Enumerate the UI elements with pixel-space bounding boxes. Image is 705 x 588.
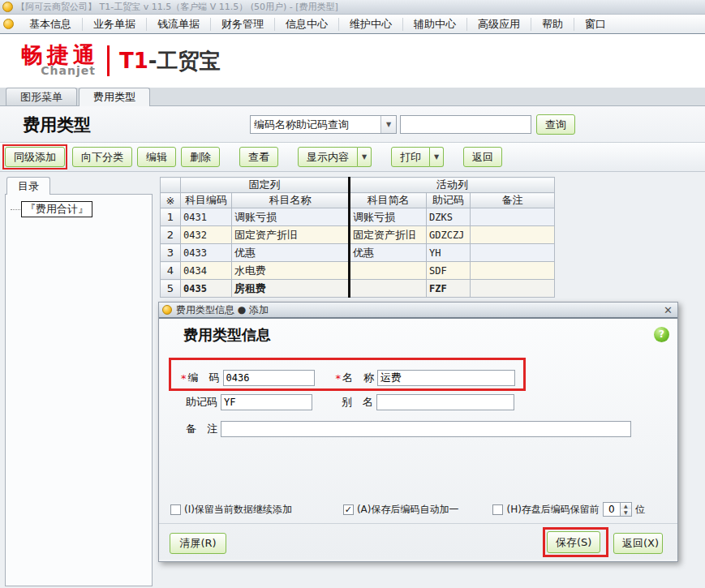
chevron-down-icon[interactable]: ▼ [380, 116, 396, 133]
table-row[interactable]: 1 0431 调账亏损 调账亏损 DZKS [161, 208, 555, 226]
col-header-mark: ※ [161, 193, 181, 208]
clear-button[interactable]: 清屏(R) [170, 533, 226, 554]
back-button[interactable]: 返回 [463, 147, 502, 167]
cell-code: 0433 [181, 244, 232, 262]
menu-basic-info[interactable]: 基本信息 [19, 18, 83, 31]
prefix-digits-input[interactable] [603, 502, 621, 517]
checkbox-keep-data-label[interactable]: (I)保留当前数据继续添加 [184, 503, 292, 517]
prefix-digits-stepper: ▲ ▼ [603, 502, 632, 517]
checkbox-keep-data[interactable] [170, 504, 181, 515]
cell-mnemonic: FZF [427, 280, 471, 298]
toolbar: 同级添加 向下分类 编辑 删除 查看 显示内容 ▼ 打印 ▼ 返回 [0, 143, 705, 172]
tree-connector [11, 209, 20, 210]
product-rest: -工贸宝 [148, 49, 221, 73]
query-button[interactable]: 查询 [536, 114, 575, 135]
note-label: 备 注 [186, 422, 217, 436]
menu-business-docs[interactable]: 业务单据 [83, 18, 147, 31]
alias-field[interactable] [376, 394, 514, 410]
menu-help[interactable]: 帮助 [531, 18, 574, 31]
help-icon[interactable]: ? [654, 327, 669, 342]
table-row[interactable]: 3 0433 优惠 优惠 YH [161, 244, 555, 262]
dialog-title: 费用类型信息 ● 添加 [176, 303, 664, 317]
search-input[interactable] [400, 115, 531, 134]
stepper-buttons: ▲ ▼ [621, 502, 632, 517]
cell-code: 0435 [181, 280, 232, 298]
menu-finance[interactable]: 财务管理 [211, 18, 275, 31]
note-field[interactable] [221, 421, 631, 437]
cell-name: 水电费 [232, 262, 350, 280]
logo-divider [107, 45, 110, 76]
dialog-titlebar[interactable]: 费用类型信息 ● 添加 ✕ [159, 303, 677, 319]
menu-assist[interactable]: 辅助中心 [403, 18, 467, 31]
col-header-short[interactable]: 科目简名 [350, 193, 427, 208]
footer-separator [159, 523, 677, 524]
mnemonic-field[interactable] [221, 394, 312, 410]
cell-note [471, 262, 555, 280]
page-header: 费用类型 编码名称助记码查询 ▼ 查询 [0, 106, 705, 143]
tab-graph-menu[interactable]: 图形菜单 [6, 88, 77, 105]
edit-button[interactable]: 编辑 [137, 147, 176, 167]
cell-short: 调账亏损 [350, 208, 427, 226]
expense-type-dialog: 费用类型信息 ● 添加 ✕ 费用类型信息 ? * 编 码 * 名 称 助记码 别… [158, 302, 678, 562]
cell-mnemonic: SDF [427, 262, 471, 280]
table-row[interactable]: 2 0432 固定资产折旧 固定资产折旧 GDZCZJ [161, 226, 555, 244]
cell-mnemonic: DZKS [427, 208, 471, 226]
row-number: 2 [161, 226, 181, 244]
menu-window[interactable]: 窗口 [574, 18, 617, 31]
tree-tab-directory[interactable]: 目录 [6, 177, 50, 195]
menu-advanced[interactable]: 高级应用 [467, 18, 531, 31]
display-content-button[interactable]: 显示内容 [298, 147, 358, 167]
view-button[interactable]: 查看 [239, 147, 278, 167]
cell-note [471, 280, 555, 298]
display-content-dropdown-icon[interactable]: ▼ [358, 147, 372, 167]
save-button[interactable]: 保存(S) [547, 531, 600, 553]
window-titlebar: 【阿可云商贸公司】 T1-工贸宝 v 11.5（客户端 V 11.5） (50用… [0, 0, 705, 15]
add-sibling-button[interactable]: 同级添加 [5, 147, 65, 167]
spin-down-icon[interactable]: ▼ [621, 509, 631, 516]
table-row[interactable]: 4 0434 水电费 SDF [161, 262, 555, 280]
print-dropdown-icon[interactable]: ▼ [430, 147, 444, 167]
mnemonic-field-row: 助记码 别 名 [186, 393, 514, 411]
col-header-name[interactable]: 科目名称 [232, 193, 350, 208]
delete-button[interactable]: 删除 [181, 147, 220, 167]
code-field[interactable] [223, 370, 315, 386]
group-corner-cell [161, 178, 181, 193]
cell-short [350, 280, 427, 298]
search-mode-value: 编码名称助记码查询 [251, 118, 380, 132]
table-row-selected[interactable]: 5 0435 房租费 FZF [161, 280, 555, 298]
col-header-note[interactable]: 备注 [471, 193, 555, 208]
cell-short: 固定资产折旧 [350, 226, 427, 244]
code-field-row: * 编 码 * 名 称 [181, 369, 515, 387]
tree-panel: 『费用合计』 [5, 194, 153, 586]
group-header-fixed: 固定列 [181, 178, 350, 193]
table-group-header-row: 固定列 活动列 [161, 178, 555, 193]
tab-expense-type[interactable]: 费用类型 [79, 88, 150, 106]
menu-maintenance[interactable]: 维护中心 [339, 18, 403, 31]
checkbox-auto-increment-label[interactable]: (A)保存后编码自动加一 [357, 503, 459, 517]
menu-coin-icon [3, 19, 14, 29]
app-coin-icon [2, 2, 13, 12]
close-icon[interactable]: ✕ [664, 305, 673, 315]
search-mode-select[interactable]: 编码名称助记码查询 ▼ [250, 115, 397, 134]
checkbox-keep-prefix[interactable] [492, 504, 503, 515]
print-button[interactable]: 打印 [391, 147, 430, 167]
name-field[interactable] [377, 370, 515, 386]
spin-up-icon[interactable]: ▲ [621, 503, 631, 509]
product-t: T1 [119, 49, 148, 73]
menu-info-center[interactable]: 信息中心 [275, 18, 339, 31]
cell-name: 固定资产折旧 [232, 226, 350, 244]
add-child-button[interactable]: 向下分类 [72, 147, 132, 167]
required-mark: * [181, 372, 187, 384]
checkbox-keep-prefix-label[interactable]: (H)存盘后编码保留前 [506, 503, 599, 517]
cell-note [471, 226, 555, 244]
menu-cashflow-docs[interactable]: 钱流单据 [147, 18, 211, 31]
checkbox-auto-increment[interactable]: ✓ [343, 504, 354, 515]
cell-mnemonic: GDZCZJ [427, 226, 471, 244]
row-number: 3 [161, 244, 181, 262]
tree-node-expense-total[interactable]: 『费用合计』 [11, 201, 92, 217]
dialog-back-button[interactable]: 返回(X) [613, 533, 663, 554]
options-row: (I)保留当前数据继续添加 ✓ (A)保存后编码自动加一 (H)存盘后编码保留前… [170, 502, 665, 517]
print-split-button: 打印 ▼ [391, 147, 444, 167]
col-header-code[interactable]: 科目编码 [181, 193, 232, 208]
col-header-mnemonic[interactable]: 助记码 [427, 193, 471, 208]
